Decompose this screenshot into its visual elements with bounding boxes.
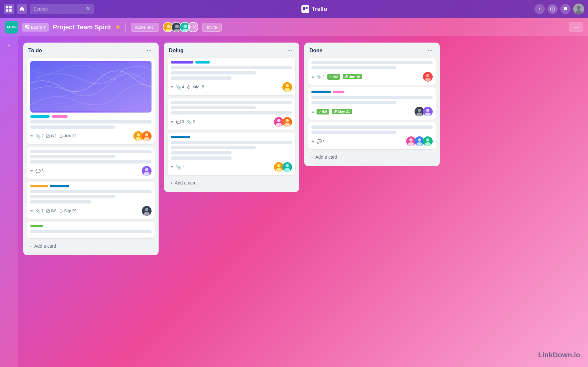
info-button[interactable]: i xyxy=(547,4,558,14)
attachment-icon: 📎 xyxy=(176,85,181,90)
card-avatar-1 xyxy=(142,166,152,176)
svg-rect-5 xyxy=(306,7,308,9)
workspace-tag[interactable]: Acme, Inc. xyxy=(131,23,159,32)
todo-card-3[interactable]: ≡ 📎 1 ☑ 0/8 ⏱ Sep 29 xyxy=(27,182,155,219)
label-purple xyxy=(171,61,193,64)
card-avatars xyxy=(142,166,152,176)
card-description-icon: ≡ xyxy=(30,134,33,139)
sidebar-collapse-button[interactable]: » xyxy=(5,40,13,50)
card-avatar-2 xyxy=(423,107,433,116)
card-text-line xyxy=(30,195,115,198)
svg-point-55 xyxy=(418,109,421,112)
attachment-count: 4 xyxy=(182,85,184,89)
list-done-menu[interactable]: ··· xyxy=(426,46,435,55)
card-checklist: ☑ 0/2 xyxy=(46,134,56,139)
board-more-button[interactable]: ··· xyxy=(569,22,583,32)
add-button[interactable]: + xyxy=(534,4,545,14)
svg-text:i: i xyxy=(552,7,553,11)
attachment-count: 2 xyxy=(193,120,195,124)
card-labels xyxy=(30,115,152,118)
card-text-line xyxy=(30,120,152,124)
card-avatars xyxy=(406,136,433,146)
card-text-line xyxy=(171,66,292,69)
member-count[interactable]: +12 xyxy=(188,22,198,32)
list-doing-title: Doing xyxy=(169,48,183,54)
svg-rect-3 xyxy=(9,9,12,12)
card-description-icon: ≡ xyxy=(30,209,33,213)
done-card-1[interactable]: ≡ 📎 2 ✓ 2/2 ⏱ Jun 16 xyxy=(308,58,436,85)
done-card-2[interactable]: ≡ ✓ 6/6 ⏱ May 31 xyxy=(308,87,436,120)
todo-card-1[interactable]: ≡ 📎 2 ☑ 0/2 ⏱ July 22 xyxy=(27,58,155,144)
card-footer: ≡ 📎 4 ⏱ July 15 xyxy=(171,82,292,92)
star-button[interactable]: ★ xyxy=(115,24,120,31)
done-card-3[interactable]: ≡ 💬 4 xyxy=(308,122,436,149)
svg-point-31 xyxy=(145,168,148,171)
card-footer: ≡ 💬 4 xyxy=(311,136,433,146)
card-labels xyxy=(171,136,292,138)
svg-point-53 xyxy=(425,78,431,82)
attachment-icon: 📎 xyxy=(35,134,41,139)
notifications-button[interactable] xyxy=(560,4,571,14)
board-view-button[interactable]: Board ▾ xyxy=(22,23,49,32)
list-todo-menu[interactable]: ··· xyxy=(145,46,153,55)
card-avatars xyxy=(415,107,433,116)
plus-icon: + xyxy=(30,243,32,249)
svg-point-35 xyxy=(144,212,150,216)
card-avatars xyxy=(142,206,152,216)
svg-rect-1 xyxy=(9,6,12,8)
svg-point-43 xyxy=(286,119,289,122)
doing-card-3[interactable]: ≡ 📎 1 xyxy=(168,133,295,175)
list-doing: Doing ··· ≡ 📎 4 xyxy=(164,43,299,192)
invite-button[interactable]: Invite xyxy=(202,23,222,32)
add-card-button-todo[interactable]: + Add a card xyxy=(27,241,155,251)
svg-point-21 xyxy=(183,25,187,28)
app-logo: Trello xyxy=(97,5,532,13)
comment-count: 3 xyxy=(42,169,44,173)
user-avatar[interactable] xyxy=(573,4,584,15)
card-avatars xyxy=(274,162,292,172)
svg-point-56 xyxy=(416,113,422,116)
card-attachments: 📎 2 xyxy=(35,134,44,139)
label-green xyxy=(30,225,43,227)
card-comments: 💬 3 xyxy=(35,169,44,174)
card-text-line xyxy=(171,146,256,149)
card-text-line xyxy=(171,106,256,109)
card-text-line xyxy=(30,150,152,153)
avatar-face xyxy=(573,4,584,15)
home-button[interactable] xyxy=(17,4,27,14)
card-description-icon: ≡ xyxy=(171,165,173,170)
card-due-date: Jun 16 xyxy=(349,75,360,79)
card-description-icon: ≡ xyxy=(311,74,314,79)
todo-card-4[interactable] xyxy=(27,222,155,238)
clock-icon: ⏱ xyxy=(187,85,191,90)
add-card-button-doing[interactable]: + Add a card xyxy=(168,178,295,188)
doing-card-1[interactable]: ≡ 📎 4 ⏱ July 15 xyxy=(168,58,295,95)
todo-card-2[interactable]: ≡ 💬 3 xyxy=(27,147,155,179)
card-text-line xyxy=(311,66,396,69)
card-attachments: 📎 1 xyxy=(176,165,184,170)
svg-point-40 xyxy=(277,119,280,122)
label-hotpink xyxy=(333,91,344,93)
add-card-button-done[interactable]: + Add a card xyxy=(308,152,436,162)
list-todo-header: To do ··· xyxy=(27,46,155,55)
clock-icon: ⏱ xyxy=(59,209,63,213)
svg-rect-13 xyxy=(27,27,29,29)
doing-card-2[interactable]: ≡ 💬 3 📎 2 xyxy=(168,98,295,130)
card-text-line xyxy=(30,160,152,164)
description-icon: ≡ xyxy=(171,120,173,124)
svg-point-50 xyxy=(284,168,290,172)
svg-point-65 xyxy=(416,142,422,146)
search-input[interactable] xyxy=(30,4,94,14)
grid-menu-button[interactable] xyxy=(4,4,14,14)
card-text-line xyxy=(171,151,231,154)
card-labels xyxy=(30,225,152,227)
main-layout: » To do ··· xyxy=(0,36,588,367)
svg-point-68 xyxy=(425,142,431,146)
card-avatar-2 xyxy=(142,131,152,141)
card-text-line xyxy=(171,156,231,160)
card-labels xyxy=(171,61,292,64)
attachment-icon: 📎 xyxy=(35,209,41,213)
list-doing-menu[interactable]: ··· xyxy=(285,46,294,55)
svg-point-15 xyxy=(167,25,171,28)
card-date: ⏱ July 15 xyxy=(187,85,204,90)
